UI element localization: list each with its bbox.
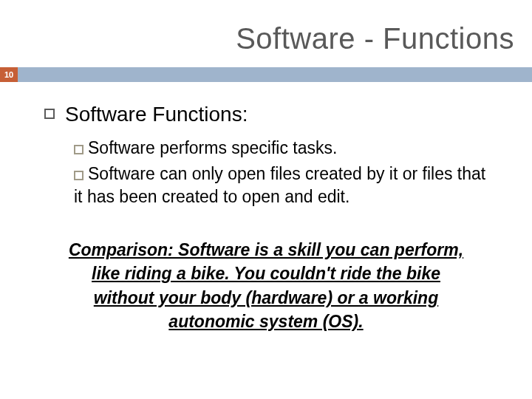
content-area: Software Functions: Software performs sp… xyxy=(0,82,532,333)
accent-bar xyxy=(18,67,532,82)
subbullet-text: Software can only open files created by … xyxy=(74,164,485,206)
comparison-block: Comparison: Software is a skill you can … xyxy=(44,238,488,333)
square-bullet-icon xyxy=(44,109,55,119)
subbullet-group: Software performs specific tasks. Softwa… xyxy=(74,137,488,208)
section-heading: Software Functions: xyxy=(65,103,248,126)
bullet-level1: Software Functions: xyxy=(44,103,488,126)
square-bullet-icon xyxy=(74,145,83,154)
slide: Software - Functions 10 Software Functio… xyxy=(0,0,532,399)
page-number-badge: 10 xyxy=(0,67,18,82)
subbullet-item: Software can only open files created by … xyxy=(74,163,488,208)
square-bullet-icon xyxy=(74,171,83,180)
slide-title: Software - Functions xyxy=(0,0,532,67)
comparison-text: Comparison: Software is a skill you can … xyxy=(69,240,463,331)
subbullet-text: Software performs specific tasks. xyxy=(88,138,337,157)
divider-bar: 10 xyxy=(0,67,532,82)
subbullet-item: Software performs specific tasks. xyxy=(74,137,488,160)
